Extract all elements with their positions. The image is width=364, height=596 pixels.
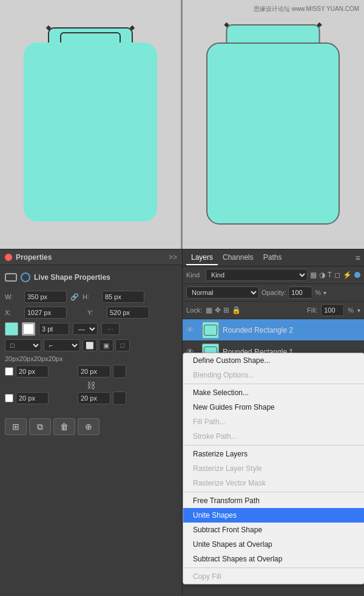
fill-input[interactable] bbox=[321, 304, 344, 316]
panel-collapse-button[interactable]: >> bbox=[169, 253, 177, 262]
clipboard-shape-right bbox=[206, 24, 340, 225]
anchor-r-tl bbox=[224, 22, 229, 27]
layers-tabs: Layers Channels Paths ≡ bbox=[183, 249, 364, 266]
corner-br-input[interactable] bbox=[78, 392, 110, 404]
context-menu: Define Custom Shape... Blending Options.… bbox=[183, 353, 364, 584]
width-label: W: bbox=[5, 293, 22, 300]
stroke-style-btn[interactable]: ⋯ bbox=[101, 323, 120, 335]
blend-mode-select[interactable]: Normal bbox=[186, 286, 259, 299]
bottom-corners-row bbox=[5, 391, 177, 405]
properties-panel: Properties >> Live Shape Properties W: 🔗… bbox=[0, 249, 182, 596]
menu-unite-shapes-overlap[interactable]: Unite Shapes at Overlap bbox=[183, 537, 364, 552]
layers-panel: Layers Channels Paths ≡ Kind Kind ▦ ◑ T … bbox=[182, 249, 364, 596]
layer-row-1[interactable]: 👁 Rounded Rectangle 2 bbox=[183, 319, 364, 341]
fill-label: Fill: bbox=[307, 306, 317, 314]
watermark-text: 思缘设计论坛 www.MISSY YUAN.COM bbox=[254, 5, 359, 13]
align-btn-2[interactable]: ▣ bbox=[99, 339, 113, 351]
menu-unite-shapes[interactable]: Unite Shapes bbox=[183, 508, 364, 523]
opacity-input[interactable] bbox=[288, 286, 312, 299]
kind-label: Kind bbox=[186, 271, 203, 279]
corner-bl-input[interactable] bbox=[16, 392, 49, 404]
menu-free-transform-path[interactable]: Free Transform Path bbox=[183, 493, 364, 508]
corner-radius-label: 20px20px20px20px bbox=[5, 355, 177, 362]
filter-smart-icon[interactable]: ⚡ bbox=[343, 271, 352, 279]
layers-menu-icon[interactable]: ≡ bbox=[356, 253, 360, 263]
filter-shape-icon[interactable]: ◻ bbox=[334, 271, 340, 279]
lock-artboard-icon[interactable]: ⊞ bbox=[223, 306, 229, 314]
menu-stroke-path: Stroke Path... bbox=[183, 429, 364, 444]
stroke-color-swatch[interactable] bbox=[22, 322, 35, 336]
shape-duplicate-icon: ⧉ bbox=[37, 422, 43, 432]
menu-make-selection[interactable]: Make Selection... bbox=[183, 385, 364, 400]
stroke-type-select[interactable]: — bbox=[73, 323, 98, 335]
panel-bottom-buttons: ⊞ ⧉ 🗑 ⊕ bbox=[0, 413, 182, 440]
shape-rect-icon bbox=[5, 273, 17, 282]
filter-type-icon[interactable]: T bbox=[328, 271, 332, 279]
menu-define-custom-shape[interactable]: Define Custom Shape... bbox=[183, 353, 364, 368]
panel-close-button[interactable] bbox=[5, 254, 12, 261]
shape-add-btn[interactable]: ⊞ bbox=[5, 418, 27, 435]
fill-color-swatch[interactable] bbox=[5, 322, 18, 336]
lock-fill-row: Lock: ▦ ✥ ⊞ 🔒 Fill: % ▾ bbox=[183, 302, 364, 319]
shape-more-btn[interactable]: ⊕ bbox=[78, 418, 99, 435]
layer-thumb-1 bbox=[202, 322, 219, 339]
bottom-area: Properties >> Live Shape Properties W: 🔗… bbox=[0, 249, 364, 596]
xy-row: X: Y: bbox=[5, 306, 177, 319]
panel-header: Properties >> bbox=[0, 249, 182, 265]
chain-row: ⛓ bbox=[5, 381, 177, 390]
layer-name-1: Rounded Rectangle 2 bbox=[223, 326, 360, 334]
canvas-right bbox=[182, 0, 364, 249]
corner-bl-checkbox[interactable] bbox=[5, 394, 13, 402]
chain-link-icon: ⛓ bbox=[84, 381, 98, 390]
y-input[interactable] bbox=[107, 306, 149, 319]
live-shape-label: Live Shape Properties bbox=[34, 273, 110, 282]
stroke-options-row: □ ⌐ ⬜ ▣ □ bbox=[5, 339, 177, 351]
filter-adjust-icon[interactable]: ◑ bbox=[319, 271, 325, 279]
lock-label: Lock: bbox=[186, 306, 202, 314]
corner-tl-checkbox[interactable] bbox=[5, 367, 13, 376]
menu-subtract-front-shape[interactable]: Subtract Front Shape bbox=[183, 523, 364, 537]
canvas-divider bbox=[181, 0, 183, 249]
shape-circle-icon bbox=[21, 273, 30, 282]
align-buttons: ⬜ ▣ □ bbox=[83, 339, 130, 351]
panel-title: Properties bbox=[16, 253, 52, 262]
link-icon: 🔗 bbox=[69, 293, 80, 301]
cap-select[interactable]: □ bbox=[5, 339, 41, 351]
layer-thumb-inner-1 bbox=[204, 325, 217, 336]
opacity-percent: % bbox=[315, 289, 321, 296]
lock-pixel-icon[interactable]: ▦ bbox=[206, 306, 212, 314]
clipboard-shape-left bbox=[24, 27, 157, 222]
tab-paths[interactable]: Paths bbox=[258, 251, 287, 265]
height-label: H: bbox=[83, 293, 99, 300]
x-input[interactable] bbox=[24, 306, 67, 319]
width-input[interactable] bbox=[24, 291, 67, 303]
align-btn-1[interactable]: ⬜ bbox=[83, 339, 97, 351]
corner-tl-input[interactable] bbox=[16, 365, 49, 378]
fill-percent: % bbox=[348, 306, 354, 314]
join-select[interactable]: ⌐ bbox=[44, 339, 80, 351]
height-input[interactable] bbox=[102, 291, 144, 303]
stroke-width-input[interactable] bbox=[39, 323, 69, 335]
menu-new-guides[interactable]: New Guides From Shape bbox=[183, 400, 364, 415]
lock-all-icon[interactable]: 🔒 bbox=[232, 306, 241, 314]
fill-arrow: ▾ bbox=[357, 307, 360, 314]
anchor-tr bbox=[130, 25, 135, 30]
eye-icon-1[interactable]: 👁 bbox=[186, 325, 198, 334]
align-btn-3[interactable]: □ bbox=[115, 339, 130, 351]
style-row: — ⋯ bbox=[5, 322, 177, 336]
kind-select[interactable]: Kind bbox=[206, 269, 308, 281]
menu-subtract-shapes-overlap[interactable]: Subtract Shapes at Overlap bbox=[183, 552, 364, 566]
shape-delete-btn[interactable]: 🗑 bbox=[53, 418, 75, 435]
tab-channels[interactable]: Channels bbox=[218, 251, 258, 265]
top-corners-row bbox=[5, 365, 177, 378]
filter-pixel-icon[interactable]: ▦ bbox=[310, 271, 317, 279]
x-label: X: bbox=[5, 309, 22, 316]
lock-icons: ▦ ✥ ⊞ 🔒 bbox=[206, 306, 241, 314]
tab-layers[interactable]: Layers bbox=[186, 251, 218, 265]
corner-tr-input[interactable] bbox=[78, 365, 110, 378]
lock-position-icon[interactable]: ✥ bbox=[215, 306, 221, 314]
menu-rasterize-layers[interactable]: Rasterize Layers bbox=[183, 447, 364, 461]
y-label: Y: bbox=[87, 309, 104, 316]
clipboard-body-left bbox=[24, 42, 157, 222]
shape-duplicate-btn[interactable]: ⧉ bbox=[29, 418, 51, 435]
